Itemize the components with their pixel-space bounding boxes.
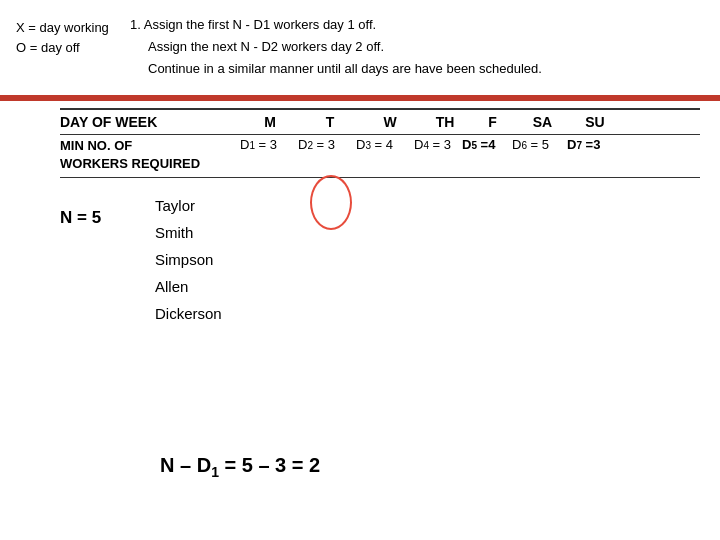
workers-content: N = 5 Taylor Smith Simpson Allen Dickers… (60, 188, 700, 327)
instruction-step3: Continue in a similar manner until all d… (130, 58, 542, 80)
instructions: 1. Assign the first N - D1 workers day 1… (130, 14, 542, 80)
d2-value: D2 = 3 (298, 137, 356, 152)
worker-dickerson: Dickerson (155, 300, 222, 327)
col-header-su: SU (570, 114, 620, 130)
equation-text: N – D1 = 5 – 3 = 2 (160, 454, 320, 476)
workers-list: Taylor Smith Simpson Allen Dickerson (155, 192, 222, 327)
n-label: N = 5 (60, 208, 135, 327)
o-legend-line: O = day off (16, 38, 109, 58)
instruction-step1: 1. Assign the first N - D1 workers day 1… (130, 14, 542, 36)
d6-value: D6 = 5 (512, 137, 567, 152)
legend: X = day working O = day off (16, 18, 109, 57)
worker-simpson: Simpson (155, 246, 222, 273)
col-header-th: TH (420, 114, 470, 130)
d4-value: D4 = 3 (414, 137, 462, 152)
min-workers-label: MIN NO. OF WORKERS REQUIRED (60, 137, 240, 173)
oval-highlight (310, 175, 352, 230)
worker-allen: Allen (155, 273, 222, 300)
schedule-table: DAY OF WEEK M T W TH F SA SU MIN NO. OF … (60, 108, 700, 327)
red-bar (0, 95, 720, 101)
equation: N – D1 = 5 – 3 = 2 (160, 454, 320, 480)
col-header-w: W (360, 114, 420, 130)
col-header-f: F (470, 114, 515, 130)
d5-value: D5 =4 (462, 137, 512, 152)
col-header-day: DAY OF WEEK (60, 114, 240, 130)
table-header-row: DAY OF WEEK M T W TH F SA SU (60, 108, 700, 135)
x-legend-line: X = day working (16, 18, 109, 38)
col-header-t: T (300, 114, 360, 130)
col-header-m: M (240, 114, 300, 130)
d1-value: D1 = 3 (240, 137, 298, 152)
d3-value: D3 = 4 (356, 137, 414, 152)
worker-smith: Smith (155, 219, 222, 246)
d7-value: D7 =3 (567, 137, 617, 152)
col-header-sa: SA (515, 114, 570, 130)
min-workers-row: MIN NO. OF WORKERS REQUIRED D1 = 3 D2 = … (60, 135, 700, 178)
worker-taylor: Taylor (155, 192, 222, 219)
min-values-row: D1 = 3 D2 = 3 D3 = 4 D4 = 3 D5 =4 D6 = 5… (240, 137, 700, 152)
instruction-step2: Assign the next N - D2 workers day 2 off… (130, 36, 542, 58)
